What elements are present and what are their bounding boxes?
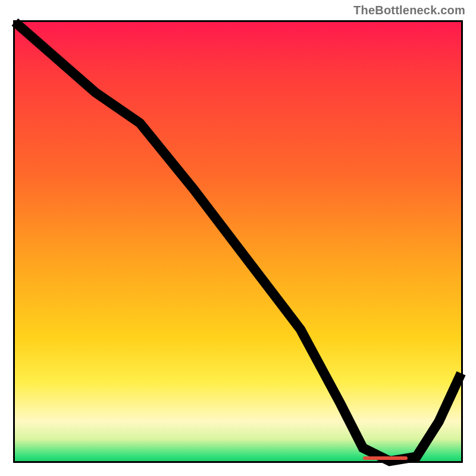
plot-area [13, 20, 463, 463]
bottleneck-curve [15, 22, 461, 461]
bottleneck-band [363, 456, 408, 460]
chart-container: TheBottleneck.com [0, 0, 476, 476]
curve-svg [15, 22, 461, 461]
watermark-text: TheBottleneck.com [353, 4, 465, 17]
